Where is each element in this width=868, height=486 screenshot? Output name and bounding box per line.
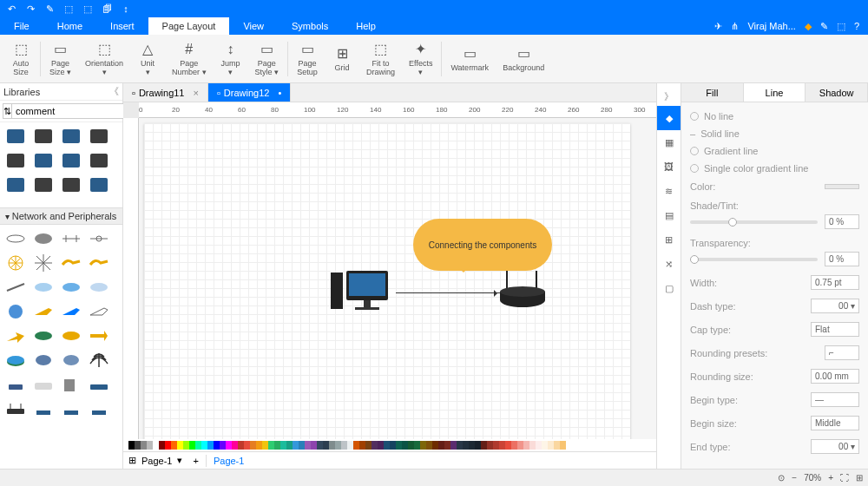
library-shape[interactable] [86, 325, 112, 347]
color-swatch[interactable] [487, 441, 493, 450]
qa-icon[interactable]: ⬚ [62, 3, 75, 15]
pages-icon[interactable]: ⊞ [128, 455, 136, 466]
rounding-size-input[interactable] [811, 369, 859, 384]
color-swatch[interactable] [268, 441, 274, 450]
color-swatch[interactable] [177, 441, 183, 450]
library-shape[interactable] [30, 349, 56, 371]
menu-home[interactable]: Home [43, 17, 96, 35]
color-swatch[interactable] [153, 441, 159, 450]
radio-no-line[interactable]: No line [690, 108, 859, 125]
library-shape[interactable] [58, 325, 84, 347]
qa-icon[interactable]: ↕ [120, 3, 132, 15]
color-swatch[interactable] [280, 441, 286, 450]
end-type-select[interactable]: 00 ▾ [811, 439, 859, 454]
page-dropdown-icon[interactable]: ▾ [177, 455, 182, 466]
color-swatch[interactable] [359, 441, 365, 450]
color-swatch[interactable] [475, 441, 481, 450]
color-swatch[interactable] [523, 441, 529, 450]
library-shape[interactable] [86, 125, 112, 148]
color-swatch[interactable] [347, 441, 353, 450]
tool-layers[interactable]: ≋ [657, 179, 681, 203]
shade-value[interactable] [825, 214, 859, 229]
menu-page-layout[interactable]: Page Layout [148, 17, 230, 35]
computer-shape[interactable] [331, 271, 393, 316]
tool-shuffle[interactable]: ⤨ [657, 252, 681, 276]
ribbon-jump[interactable]: ↕Jump ▾ [214, 39, 248, 79]
library-shape[interactable] [86, 373, 112, 396]
color-swatch[interactable] [481, 441, 487, 450]
library-shape[interactable] [3, 397, 29, 420]
ribbon-unit[interactable]: △Unit ▾ [130, 39, 165, 79]
library-shape[interactable] [86, 397, 112, 420]
color-swatch[interactable] [536, 441, 542, 450]
ribbon-page[interactable]: ▭Page Size ▾ [43, 39, 78, 79]
filter-icon[interactable]: ⇅ [3, 103, 11, 119]
color-swatch[interactable] [335, 441, 341, 450]
tool-icon[interactable]: ⬚ [837, 21, 845, 32]
color-swatch[interactable] [353, 441, 359, 450]
library-shape[interactable] [58, 252, 84, 274]
library-shape[interactable] [58, 227, 84, 250]
library-shape[interactable] [58, 149, 84, 172]
color-swatch[interactable] [135, 441, 141, 450]
color-swatch[interactable] [201, 441, 207, 450]
format-tab-shadow[interactable]: Shadow [806, 83, 868, 102]
library-shape[interactable] [86, 174, 112, 196]
menu-help[interactable]: Help [342, 17, 390, 35]
library-shape[interactable] [58, 125, 84, 148]
color-swatch[interactable] [226, 441, 232, 450]
color-swatch[interactable] [499, 441, 505, 450]
zoom-fit-icon[interactable]: ⊙ [778, 473, 785, 483]
library-shape[interactable] [86, 300, 112, 323]
color-swatch[interactable] [195, 441, 201, 450]
color-swatch[interactable] [457, 441, 463, 450]
undo-icon[interactable]: ↶ [5, 3, 17, 15]
library-shape[interactable] [3, 252, 29, 274]
format-tab-line[interactable]: Line [744, 83, 806, 102]
color-swatch[interactable] [299, 441, 305, 450]
menu-view[interactable]: View [229, 17, 278, 35]
library-shape[interactable] [30, 397, 56, 420]
rounding-presets[interactable]: ⌐ [825, 345, 859, 360]
color-swatch[interactable] [220, 441, 226, 450]
color-swatch[interactable] [408, 441, 414, 450]
library-shape[interactable] [86, 252, 112, 274]
color-swatch[interactable] [232, 441, 238, 450]
dash-select[interactable]: 00 ▾ [811, 299, 859, 313]
ribbon-fit-to[interactable]: ⬚Fit to Drawing [359, 39, 402, 79]
ribbon-effects[interactable]: ✦Effects ▾ [402, 39, 439, 79]
radio-gradient-line[interactable]: Gradient line [690, 142, 859, 160]
menu-symbols[interactable]: Symbols [278, 17, 342, 35]
ribbon-grid[interactable]: ⊞Grid [325, 43, 359, 75]
color-swatch[interactable] [262, 441, 268, 450]
library-shape[interactable] [3, 349, 29, 371]
color-swatch[interactable] [463, 441, 469, 450]
color-swatch[interactable] [390, 441, 396, 450]
ribbon-orientation[interactable]: ⬚Orientation ▾ [78, 39, 130, 79]
ribbon-page[interactable]: ▭Page Setup [290, 39, 325, 79]
ribbon-page[interactable]: #Page Number ▾ [165, 39, 214, 79]
zoom-in-icon[interactable]: + [828, 473, 833, 483]
color-swatch[interactable] [214, 441, 220, 450]
library-shape[interactable] [86, 149, 112, 172]
menu-file[interactable]: File [0, 17, 43, 35]
fullscreen-icon[interactable]: ⛶ [840, 473, 849, 483]
tool-present[interactable]: ▢ [657, 276, 681, 300]
color-swatch[interactable] [274, 441, 280, 450]
library-shape[interactable] [30, 252, 56, 274]
ribbon-page[interactable]: ▭Page Style ▾ [248, 39, 286, 79]
page-tab[interactable]: Page-1 [214, 456, 244, 466]
color-swatch[interactable] [548, 441, 554, 450]
format-tab-fill[interactable]: Fill [681, 83, 744, 102]
library-shape[interactable] [30, 174, 56, 196]
width-input[interactable] [811, 275, 859, 290]
transparency-value[interactable] [825, 252, 859, 266]
copy-icon[interactable]: 🗐 [101, 3, 113, 15]
callout-shape[interactable]: Connecting the components [413, 219, 552, 271]
color-swatch[interactable] [517, 441, 523, 450]
color-swatch[interactable] [444, 441, 450, 450]
user-name[interactable]: Viraj Mah... [747, 21, 795, 31]
library-shape[interactable] [30, 276, 56, 299]
library-shape[interactable] [3, 373, 29, 396]
library-shape[interactable] [30, 300, 56, 323]
